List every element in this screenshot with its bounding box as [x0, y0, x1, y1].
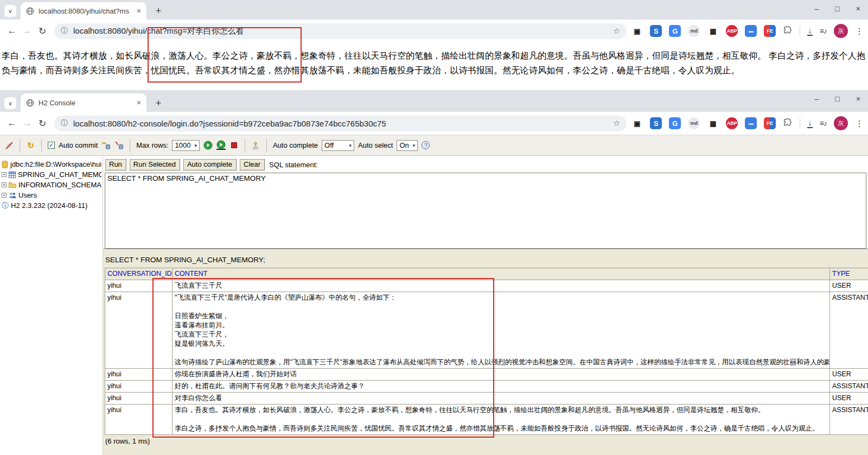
extension-icon[interactable]: md [688, 117, 700, 129]
minimize-button[interactable]: – [815, 4, 819, 14]
tab-close-icon[interactable]: × [137, 7, 141, 15]
extension-icon[interactable]: ▣ [631, 117, 643, 129]
extension-icon[interactable]: FE [764, 25, 776, 37]
browser-toolbar: ← → ↻ ⓘ localhost:8080/yihui/chat?msg=对李… [0, 20, 868, 42]
media-queue-icon[interactable]: ≡♪ [820, 119, 827, 128]
run-selected-button[interactable]: Run Selected [129, 159, 180, 170]
auto-commit-checkbox[interactable]: ✓ [48, 142, 55, 149]
url-text[interactable]: localhost:8080/yihui/chat?msg=对李白你怎么看 [73, 26, 608, 36]
sql-editor[interactable]: SELECT * FROM SPRING_AI_CHAT_MEMORY [105, 173, 866, 249]
cell-content: 李白，吾友也。其诗才横放，如长风破浪，激荡人心。李公之诗，豪放不羁，想象奇特，往… [173, 405, 830, 435]
run-button[interactable]: Run [105, 159, 126, 170]
back-button[interactable]: ← [4, 118, 20, 129]
help-icon[interactable]: ? [422, 141, 430, 149]
max-rows-select[interactable]: 1000 ▾ [172, 140, 199, 151]
close-button[interactable]: × [856, 4, 860, 14]
address-bar[interactable]: ⓘ localhost:8080/yihui/chat?msg=对李白你怎么看 … [54, 23, 627, 39]
extensions-puzzle-icon[interactable] [783, 118, 793, 128]
back-button[interactable]: ← [4, 26, 20, 36]
auto-select-select[interactable]: On ▾ [397, 140, 418, 151]
column-header-conversation-id: CONVERSATION_ID [105, 268, 173, 280]
commit-icon[interactable] [101, 141, 111, 150]
extension-icon[interactable]: ▬ [745, 25, 757, 37]
refresh-icon[interactable]: ↻ [26, 141, 35, 150]
forward-button[interactable]: → [20, 26, 35, 36]
site-info-icon[interactable]: ⓘ [61, 118, 68, 128]
maximize-button[interactable]: □ [835, 4, 839, 14]
url-text[interactable]: localhost:8080/h2-console/login.do?jsess… [73, 119, 608, 128]
users-icon [9, 192, 16, 199]
rollback-icon[interactable] [114, 141, 124, 150]
toolbar-divider [800, 26, 800, 36]
new-tab-button[interactable]: + [151, 96, 166, 111]
chevron-down-icon: ▾ [349, 143, 352, 148]
downloads-icon[interactable]: ↓ [807, 118, 813, 128]
profile-avatar[interactable]: 灰 [834, 24, 848, 38]
translate-icon[interactable]: G [669, 117, 681, 129]
auto-select-label: Auto select [358, 141, 393, 149]
extension-icon[interactable]: md [688, 25, 700, 37]
tree-item-users[interactable]: + Users [2, 190, 101, 200]
results-panel: SELECT * FROM SPRING_AI_CHAT_MEMORY; CON… [103, 252, 868, 455]
cell-type: USER [830, 280, 868, 292]
cell-content: 飞流直下三千尺 [173, 280, 830, 292]
downloads-icon[interactable]: ↓ [807, 26, 813, 36]
reload-button[interactable]: ↻ [35, 118, 50, 129]
site-info-icon[interactable]: ⓘ [61, 26, 68, 36]
translate-icon[interactable]: G [669, 25, 681, 37]
tab-close-icon[interactable]: × [137, 98, 141, 107]
disconnect-icon[interactable] [4, 141, 14, 150]
clear-button[interactable]: Clear [239, 159, 265, 170]
tree-item-table[interactable]: + SPRING_AI_CHAT_MEMORY [2, 169, 101, 180]
extension-icon[interactable]: S [650, 25, 662, 37]
tree-item-schema[interactable]: + INFORMATION_SCHEMA [2, 180, 101, 190]
expand-plus-icon[interactable]: + [2, 182, 7, 187]
address-bar[interactable]: ⓘ localhost:8080/h2-console/login.do?jse… [54, 116, 627, 131]
bookmark-star-icon[interactable]: ☆ [613, 118, 620, 128]
forward-button[interactable]: → [20, 118, 35, 129]
tab-search-button[interactable]: ∨ [4, 97, 16, 109]
auto-complete-select[interactable]: Off ▾ [322, 140, 354, 151]
column-header-type: TYPE [830, 268, 868, 280]
results-table: CONVERSATION_ID CONTENT TYPE yihui 飞流直下三… [105, 268, 868, 435]
row-count-status: (6 rows, 1 ms) [105, 437, 868, 445]
expand-plus-icon[interactable]: + [2, 193, 7, 198]
extension-icon[interactable]: ▦ [707, 117, 719, 129]
maximize-button[interactable]: □ [835, 94, 839, 104]
tab-search-button[interactable]: ∨ [4, 5, 16, 17]
cell-conversation-id: yihui [105, 405, 173, 435]
database-icon [2, 161, 8, 168]
extension-icon[interactable]: ▦ [707, 25, 719, 37]
tab-chat[interactable]: localhost:8080/yihui/chat?ms × [21, 2, 146, 20]
run-icon[interactable] [203, 141, 213, 150]
tab-title: H2 Console [39, 99, 132, 107]
minimize-button[interactable]: – [815, 94, 819, 104]
cell-conversation-id: yihui [105, 393, 173, 405]
media-queue-icon[interactable]: ≡♪ [820, 27, 827, 35]
frame-splitter[interactable] [103, 249, 868, 252]
extensions-puzzle-icon[interactable] [783, 26, 793, 36]
auto-complete-button[interactable]: Auto complete [183, 159, 237, 170]
cell-content: "飞流直下三千尺"是唐代诗人李白的《望庐山瀑布》中的名句，全诗如下： 日照香炉生… [173, 292, 830, 369]
extension-icon[interactable]: FE [764, 117, 776, 129]
expand-plus-icon[interactable]: + [2, 172, 7, 177]
profile-avatar[interactable]: 灰 [834, 116, 848, 130]
menu-kebab-icon[interactable]: ⋮ [855, 26, 861, 36]
new-tab-button[interactable]: + [151, 3, 166, 18]
extension-icon[interactable]: ▬ [745, 117, 757, 129]
close-button[interactable]: × [856, 94, 860, 104]
extension-icon[interactable]: ▣ [631, 25, 643, 37]
tab-h2-console[interactable]: H2 Console × [21, 93, 146, 112]
menu-kebab-icon[interactable]: ⋮ [855, 118, 861, 129]
bookmark-star-icon[interactable]: ☆ [613, 26, 620, 36]
explain-plan-icon[interactable] [251, 141, 260, 150]
reload-button[interactable]: ↻ [35, 26, 50, 37]
tree-item-database[interactable]: jdbc:h2:file:D:\Workspace\hui\pro [2, 159, 101, 169]
extension-icon[interactable]: S [650, 117, 662, 129]
sql-statement-label: SQL statement: [269, 161, 318, 169]
cell-type: USER [830, 369, 868, 381]
cancel-icon[interactable] [229, 141, 239, 150]
run-selected-icon[interactable] [216, 141, 226, 150]
adblock-icon[interactable]: ABP [726, 117, 738, 129]
adblock-icon[interactable]: ABP [726, 25, 738, 37]
